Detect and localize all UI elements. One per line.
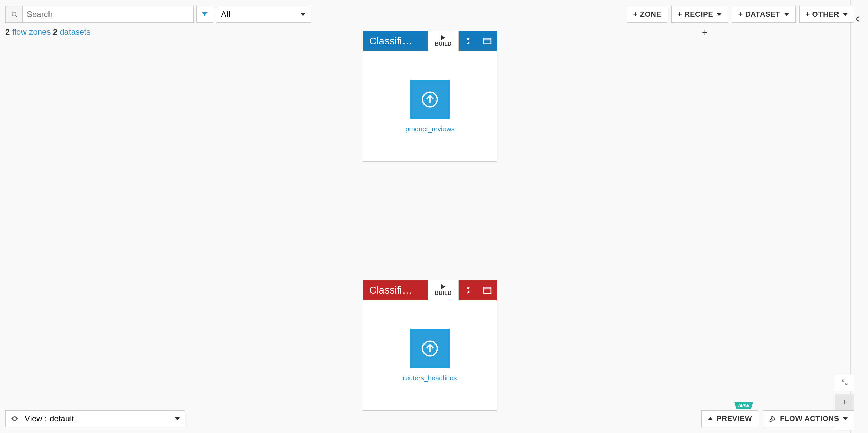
build-label: BUILD [435, 290, 452, 296]
preview-button[interactable]: New PREVIEW [701, 410, 758, 427]
collapse-icon[interactable] [459, 31, 478, 51]
chevron-up-icon [708, 417, 713, 420]
chevron-down-icon [175, 417, 180, 420]
chevron-down-icon [843, 417, 848, 420]
preview-label: PREVIEW [716, 414, 752, 423]
zoom-in-button[interactable] [835, 394, 854, 411]
fullscreen-button[interactable] [835, 374, 854, 391]
build-label: BUILD [435, 41, 452, 47]
svg-point-10 [14, 418, 15, 419]
eye-icon [11, 415, 19, 423]
cursor-plus-icon: + [702, 26, 708, 38]
wrench-icon [769, 415, 776, 422]
collapse-icon[interactable] [459, 280, 478, 300]
build-button[interactable]: BUILD [428, 31, 459, 51]
view-prefix: View : [25, 414, 47, 423]
zone-header: Classifi… BUILD [363, 280, 497, 300]
dataset-icon[interactable] [410, 329, 450, 368]
build-button[interactable]: BUILD [428, 280, 459, 300]
dataset-label[interactable]: reuters_headlines [403, 374, 457, 382]
svg-rect-1 [484, 38, 491, 44]
zone-card[interactable]: Classifi… BUILD [363, 280, 497, 411]
zone-title[interactable]: Classifi… [363, 280, 428, 300]
view-select[interactable]: View : default [5, 410, 185, 427]
flow-canvas[interactable]: Classifi… BUILD [0, 0, 868, 433]
dataset-icon[interactable] [410, 80, 450, 119]
window-icon[interactable] [478, 280, 497, 300]
flow-actions-label: FLOW ACTIONS [780, 414, 839, 423]
svg-rect-4 [484, 287, 491, 293]
zone-body: reuters_headlines [363, 300, 497, 410]
zone-card[interactable]: Classifi… BUILD [363, 31, 497, 162]
window-icon[interactable] [478, 31, 497, 51]
zone-header: Classifi… BUILD [363, 31, 497, 51]
play-icon [441, 35, 445, 40]
dataset-label[interactable]: product_reviews [405, 125, 455, 133]
zone-title[interactable]: Classifi… [363, 31, 428, 51]
flow-actions-button[interactable]: FLOW ACTIONS [763, 410, 854, 427]
bottombar: View : default New PREVIEW FLOW ACTIONS [5, 410, 854, 428]
play-icon [441, 284, 445, 289]
zone-body: product_reviews [363, 51, 497, 161]
new-badge: New [734, 402, 753, 409]
zoom-controls [835, 374, 854, 411]
view-name: default [50, 414, 74, 423]
